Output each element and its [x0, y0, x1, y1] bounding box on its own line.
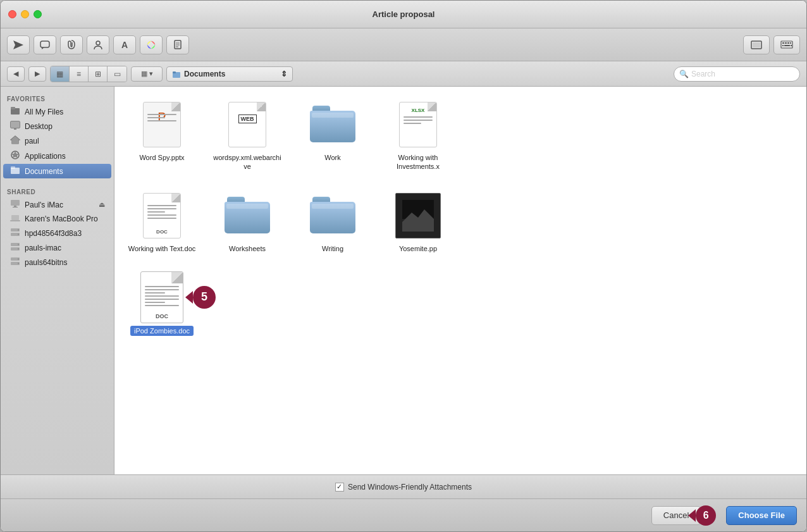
doc-corner: [257, 102, 266, 111]
keyboard-button[interactable]: [773, 35, 800, 54]
choose-file-button[interactable]: Choose File: [726, 506, 797, 525]
window: Article proposal A: [0, 0, 807, 532]
sidebar-item-desktop[interactable]: Desktop: [3, 119, 111, 133]
sidebar-item-paul[interactable]: paul: [3, 133, 111, 148]
image-icon: [395, 193, 441, 238]
imac-icon: [9, 199, 21, 210]
folder-icon: [310, 106, 355, 144]
svg-rect-22: [11, 107, 15, 109]
chat-button[interactable]: [34, 35, 56, 54]
file-name: Worksheets: [229, 244, 266, 253]
svg-rect-16: [782, 45, 784, 46]
svg-marker-27: [11, 136, 20, 144]
window-title: Article proposal: [373, 9, 435, 19]
close-button[interactable]: [8, 10, 16, 18]
file-name: Word Spy.pptx: [139, 153, 184, 162]
sidebar-item-pauls-imac[interactable]: Paul's iMac ⏏: [3, 197, 111, 212]
doc-lines: [404, 116, 433, 124]
button-row: Cancel 6 Choose File: [1, 498, 806, 531]
photo-button[interactable]: [743, 35, 770, 54]
svg-rect-11: [781, 41, 792, 48]
file-name: iPod Zombies.doc: [130, 326, 194, 336]
search-bar[interactable]: 🔍 Search: [674, 66, 800, 82]
svg-point-38: [18, 230, 19, 231]
file-item-yosemite[interactable]: Yosemite.pp: [380, 187, 456, 256]
svg-rect-35: [10, 220, 20, 221]
svg-rect-31: [11, 200, 20, 206]
attach-button[interactable]: [60, 35, 83, 54]
eject-icon[interactable]: ⏏: [99, 201, 105, 209]
search-icon: 🔍: [679, 70, 689, 78]
attachment2-button[interactable]: [166, 35, 189, 54]
send-button[interactable]: [7, 35, 30, 54]
doc-icon-selected: DOC: [140, 271, 183, 323]
desktop-icon: [9, 121, 21, 132]
step-6-badge: 6: [688, 505, 716, 526]
doc-corner: [171, 272, 183, 283]
svg-rect-12: [782, 42, 784, 44]
file-name: Work: [324, 153, 340, 162]
sidebar-item-label: Desktop: [25, 122, 52, 131]
send-windows-friendly-checkbox[interactable]: ✓: [335, 483, 344, 492]
arrange-button[interactable]: ▦▾: [131, 66, 163, 82]
sidebar-item-label: Paul's iMac: [25, 201, 63, 209]
svg-rect-18: [791, 45, 792, 46]
sidebar-item-karens-macbook[interactable]: Karen's MacBook Pro: [3, 212, 111, 226]
doc-corner: [171, 194, 180, 202]
svg-rect-14: [787, 42, 789, 44]
folder-icon: [310, 197, 355, 235]
file-name: Working with Investments.x: [383, 153, 453, 171]
step-5-badge: 5: [185, 286, 216, 309]
sidebar-item-documents[interactable]: Documents: [3, 164, 111, 178]
svg-point-43: [18, 249, 19, 250]
svg-point-3: [96, 41, 100, 45]
location-bar[interactable]: Documents ⇕: [166, 66, 293, 82]
colors-button[interactable]: [140, 35, 163, 54]
minimize-button[interactable]: [21, 10, 29, 18]
sidebar-item-label: paul: [25, 137, 39, 145]
icon-view-button[interactable]: ▦: [51, 66, 70, 82]
svg-rect-25: [14, 128, 16, 130]
location-label: Documents: [184, 70, 225, 78]
list-view-button[interactable]: ≡: [70, 66, 89, 82]
forward-button[interactable]: ▶: [28, 66, 46, 82]
font-button[interactable]: A: [113, 35, 136, 54]
sidebar-item-label: pauls64bitns: [25, 258, 67, 267]
file-item-worksheets[interactable]: Worksheets: [209, 187, 285, 256]
file-item-working-investments[interactable]: XLSX Working with Investments.x: [380, 96, 456, 175]
sidebar-item-applications[interactable]: Applications: [3, 148, 111, 164]
contacts-button[interactable]: [87, 35, 109, 54]
svg-point-39: [18, 234, 19, 235]
maximize-button[interactable]: [34, 10, 42, 18]
main-content: FAVORITES All My Files Desktop paul: [1, 87, 806, 474]
file-item-work[interactable]: Work: [295, 96, 371, 175]
sidebar-item-hpd[interactable]: hpd48564f3d8a3: [3, 226, 111, 240]
file-item-wordspy-webarchive[interactable]: WEB wordspy.xml.webarchive: [209, 96, 285, 175]
back-button[interactable]: ◀: [7, 66, 25, 82]
file-item-ipod-zombies[interactable]: DOC 5 iPod Zombies.doc: [124, 269, 200, 339]
svg-rect-10: [753, 42, 760, 47]
sidebar-item-label: All My Files: [25, 108, 63, 116]
svg-marker-0: [13, 40, 23, 49]
coverflow-view-button[interactable]: ▭: [108, 66, 126, 82]
server-icon: [9, 228, 21, 238]
file-item-writing[interactable]: Writing: [295, 187, 371, 256]
file-name: Writing: [322, 244, 343, 253]
file-item-word-spy-pptx[interactable]: P Word Spy.pptx: [124, 96, 200, 175]
column-view-button[interactable]: ⊞: [89, 66, 108, 82]
sidebar-item-all-my-files[interactable]: All My Files: [3, 104, 111, 119]
svg-rect-15: [790, 42, 791, 44]
checkbox-area: ✓ Send Windows-Friendly Attachments: [335, 483, 472, 492]
file-name: Working with Text.doc: [128, 244, 196, 253]
doc-lines: [145, 286, 179, 306]
svg-rect-1: [40, 41, 49, 47]
svg-marker-2: [42, 47, 44, 49]
svg-rect-34: [11, 215, 19, 220]
sidebar-item-pauls64[interactable]: pauls64bitns: [3, 255, 111, 269]
favorites-label: FAVORITES: [1, 92, 114, 104]
file-item-working-with-text[interactable]: DOC Working with Text.doc: [124, 187, 200, 256]
nav-bar: ◀ ▶ ▦ ≡ ⊞ ▭ ▦▾ Documents ⇕ 🔍 Search: [1, 61, 806, 87]
toolbar: A: [1, 28, 806, 61]
svg-point-42: [18, 244, 19, 245]
sidebar-item-pauls-imac2[interactable]: pauls-imac: [3, 240, 111, 255]
